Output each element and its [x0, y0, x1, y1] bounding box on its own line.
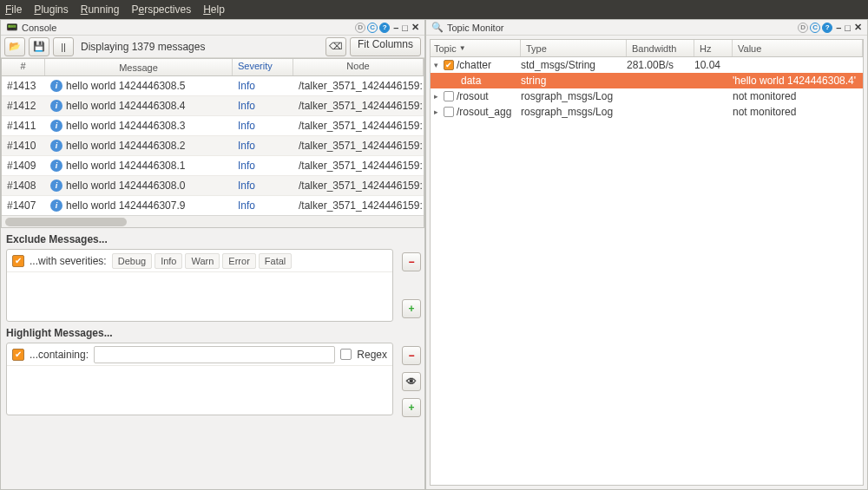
expand-arrow-icon[interactable]: ▾ — [434, 61, 441, 69]
highlight-options-button[interactable]: 👁 — [402, 372, 421, 391]
highlight-text-input[interactable] — [94, 346, 335, 363]
topic-row[interactable]: datastring'hello world 1424446308.4' — [431, 73, 863, 88]
close-button[interactable]: ✕ — [854, 22, 862, 33]
info-icon: i — [50, 100, 62, 112]
col-severity[interactable]: Severity — [233, 59, 293, 75]
col-hz[interactable]: Hz — [694, 40, 733, 56]
topic-checkbox[interactable] — [444, 91, 454, 101]
close-button[interactable]: ✕ — [411, 22, 419, 33]
save-button[interactable]: 💾 — [29, 37, 49, 56]
severity-warn-button[interactable]: Warn — [185, 253, 220, 269]
topic-value-cell: not monitored — [733, 106, 863, 118]
topics-body[interactable]: ▾✔/chatterstd_msgs/String281.00B/s10.04d… — [431, 57, 863, 120]
menu-perspectives[interactable]: Perspectives — [131, 3, 191, 16]
menubar: File Plugins Running Perspectives Help — [0, 0, 868, 19]
severity-fatal-button[interactable]: Fatal — [259, 253, 292, 269]
topic-checkbox[interactable]: ✔ — [444, 60, 454, 70]
info-icon: i — [50, 120, 62, 132]
menu-plugins[interactable]: Plugins — [34, 3, 68, 16]
row-index: #1413 — [2, 78, 45, 94]
topic-type-cell: std_msgs/String — [521, 59, 627, 71]
row-node: /talker_3571_1424446159: — [293, 158, 424, 173]
row-message: ihello world 1424446308.2 — [45, 138, 233, 154]
regex-checkbox[interactable] — [340, 349, 352, 360]
minimize-button[interactable]: – — [393, 23, 398, 33]
topic-type-cell: rosgraph_msgs/Log — [521, 90, 627, 102]
exclude-filter-box: ✔ ...with severities: DebugInfoWarnError… — [6, 249, 393, 322]
exclude-label: Exclude Messages... — [1, 228, 424, 249]
table-row[interactable]: #1409ihello world 1424446308.1Info/talke… — [2, 156, 424, 176]
row-message: ihello world 1424446308.5 — [45, 78, 233, 94]
table-row[interactable]: #1413ihello world 1424446308.5Info/talke… — [2, 76, 424, 96]
row-index: #1410 — [2, 138, 45, 154]
config-icon[interactable]: C — [367, 23, 378, 33]
help-icon[interactable]: ? — [379, 23, 390, 33]
exclude-checkbox[interactable]: ✔ — [12, 255, 24, 267]
col-value[interactable]: Value — [733, 40, 863, 56]
row-message: ihello world 1424446307.9 — [45, 198, 233, 213]
expand-arrow-icon[interactable]: ▸ — [434, 92, 441, 101]
minimize-button[interactable]: – — [836, 23, 841, 33]
menu-running[interactable]: Running — [81, 3, 120, 16]
pause-button[interactable]: || — [53, 37, 74, 56]
row-node: /talker_3571_1424446159: — [293, 198, 424, 213]
row-node: /talker_3571_1424446159: — [293, 78, 424, 94]
row-message: ihello world 1424446308.4 — [45, 98, 233, 114]
table-row[interactable]: #1408ihello world 1424446308.0Info/talke… — [2, 176, 424, 196]
topic-row[interactable]: ▸/rosoutrosgraph_msgs/Lognot monitored — [431, 88, 863, 104]
messages-body[interactable]: #1413ihello world 1424446308.5Info/talke… — [2, 76, 424, 215]
highlight-filter-box: ✔ ...containing: Regex — [6, 343, 393, 415]
horizontal-scrollbar[interactable] — [2, 215, 424, 227]
row-message: ihello world 1424446308.3 — [45, 118, 233, 134]
topic-row[interactable]: ▾✔/chatterstd_msgs/String281.00B/s10.04 — [431, 57, 863, 73]
col-index[interactable]: # — [2, 59, 45, 75]
add-highlight-button[interactable]: + — [402, 398, 421, 417]
search-icon: 🔍 — [431, 22, 444, 33]
col-bandwidth[interactable]: Bandwidth — [627, 40, 694, 56]
dock-icon[interactable]: D — [355, 23, 365, 33]
topic-value-cell: 'hello world 1424446308.4' — [733, 75, 863, 87]
clear-button[interactable]: ⌫ — [326, 37, 346, 56]
menu-help[interactable]: Help — [203, 3, 225, 16]
topics-header: Topic▼ Type Bandwidth Hz Value — [431, 40, 863, 57]
highlight-checkbox[interactable]: ✔ — [12, 349, 24, 361]
open-button[interactable]: 📂 — [4, 37, 25, 56]
topic-checkbox[interactable] — [444, 107, 454, 117]
fit-columns-button[interactable]: Fit Columns — [350, 37, 421, 56]
table-row[interactable]: #1412ihello world 1424446308.4Info/talke… — [2, 96, 424, 116]
remove-filter-button[interactable]: − — [402, 252, 421, 271]
severity-debug-button[interactable]: Debug — [112, 253, 152, 269]
col-node[interactable]: Node — [293, 59, 424, 75]
table-row[interactable]: #1411ihello world 1424446308.3Info/talke… — [2, 116, 424, 136]
console-toolbar: 📂 💾 || Displaying 1379 messages ⌫ Fit Co… — [1, 36, 424, 58]
topic-monitor-title: Topic Monitor — [447, 23, 503, 33]
col-message[interactable]: Message — [45, 59, 233, 75]
topic-type-cell: string — [521, 75, 627, 87]
messages-table: # Message Severity Node #1413ihello worl… — [1, 58, 424, 228]
remove-highlight-button[interactable]: − — [402, 346, 421, 365]
row-node: /talker_3571_1424446159: — [293, 138, 424, 154]
dock-icon[interactable]: D — [798, 23, 808, 33]
topic-row[interactable]: ▸/rosout_aggrosgraph_msgs/Lognot monitor… — [431, 104, 863, 120]
severity-info-button[interactable]: Info — [155, 253, 182, 269]
table-row[interactable]: #1410ihello world 1424446308.2Info/talke… — [2, 136, 424, 156]
menu-file[interactable]: File — [5, 3, 22, 16]
table-row[interactable]: #1407ihello world 1424446307.9Info/talke… — [2, 196, 424, 215]
info-icon: i — [50, 199, 62, 212]
col-topic[interactable]: Topic▼ — [431, 40, 521, 56]
console-title: Console — [22, 23, 56, 33]
highlight-containing-row: ✔ ...containing: Regex — [7, 343, 392, 366]
row-index: #1408 — [2, 178, 45, 193]
message-count-label: Displaying 1379 messages — [81, 41, 205, 53]
add-filter-button[interactable]: + — [402, 299, 421, 318]
severity-error-button[interactable]: Error — [222, 253, 255, 269]
maximize-button[interactable]: □ — [402, 23, 408, 33]
help-icon[interactable]: ? — [822, 23, 832, 33]
config-icon[interactable]: C — [810, 23, 820, 33]
maximize-button[interactable]: □ — [845, 23, 851, 33]
col-type[interactable]: Type — [521, 40, 627, 56]
topic-name-cell: ▾✔/chatter — [431, 59, 521, 71]
topic-hz-cell: 10.04 — [694, 59, 733, 71]
expand-arrow-icon[interactable]: ▸ — [434, 108, 441, 116]
console-titlebar: 📟 Console D C ? – □ ✕ — [1, 20, 424, 36]
